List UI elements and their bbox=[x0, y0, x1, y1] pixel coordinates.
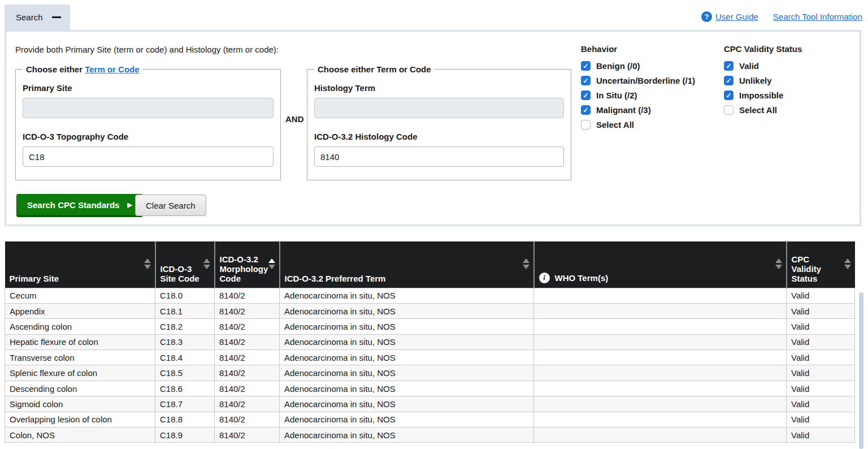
unchecked-checkbox-icon[interactable] bbox=[581, 120, 591, 129]
table-cell: Valid bbox=[787, 412, 855, 427]
cpc-validity-option[interactable]: ✓Impossible bbox=[724, 90, 802, 100]
table-cell bbox=[534, 319, 787, 334]
histology-code-label: ICD-O-3.2 Histology Code bbox=[314, 132, 564, 141]
behavior-option[interactable]: ✓Benign (/0) bbox=[581, 61, 695, 71]
primary-site-label: Primary Site bbox=[23, 83, 274, 93]
column-header-label: ICD-O-3 Site Code bbox=[160, 264, 201, 283]
table-cell bbox=[534, 396, 787, 412]
table-cell bbox=[534, 288, 787, 303]
histology-term-label: Histology Term bbox=[314, 83, 564, 93]
table-cell: C18.9 bbox=[155, 428, 215, 443]
sort-arrows-icon[interactable] bbox=[523, 258, 530, 269]
column-header[interactable]: ICD-O-3.2 Preferred Term bbox=[280, 241, 534, 288]
column-header-label: ICD-O-3.2 Morphology Code bbox=[220, 254, 268, 283]
topography-code-input[interactable] bbox=[23, 146, 274, 167]
table-cell bbox=[534, 350, 787, 365]
table-cell bbox=[534, 303, 787, 318]
table-scrollbar-thumb[interactable] bbox=[859, 292, 863, 449]
sort-arrows-icon[interactable] bbox=[775, 258, 782, 269]
sort-arrows-icon[interactable] bbox=[203, 258, 210, 269]
and-label: AND bbox=[285, 114, 304, 124]
histology-term-input bbox=[314, 98, 564, 118]
column-header[interactable]: iWHO Term(s) bbox=[534, 241, 787, 288]
table-cell: 8140/2 bbox=[215, 428, 280, 443]
instruction-text: Provide both Primary Site (term or code)… bbox=[15, 45, 279, 54]
column-header-label: WHO Term(s) bbox=[555, 273, 609, 283]
checked-checkbox-icon[interactable]: ✓ bbox=[724, 76, 734, 85]
unchecked-checkbox-icon[interactable] bbox=[724, 105, 734, 115]
checked-checkbox-icon[interactable]: ✓ bbox=[581, 76, 591, 85]
table-row: Ascending colonC18.28140/2Adenocarcinoma… bbox=[5, 319, 855, 334]
checkbox-label: Unlikely bbox=[739, 76, 772, 85]
search-tab[interactable]: Search bbox=[5, 5, 70, 30]
checkbox-label: Malignant (/3) bbox=[596, 105, 651, 115]
table-cell bbox=[534, 334, 787, 349]
table-cell: C18.8 bbox=[155, 412, 215, 427]
table-cell: Adenocarcinoma in situ, NOS bbox=[280, 365, 534, 381]
behavior-option[interactable]: ✓Malignant (/3) bbox=[581, 105, 695, 115]
column-header[interactable]: CPC Validity Status bbox=[787, 241, 855, 288]
behavior-title: Behavior bbox=[581, 44, 695, 54]
topography-code-label: ICD-O-3 Topography Code bbox=[23, 132, 274, 141]
behavior-option[interactable]: Select All bbox=[581, 120, 695, 129]
table-cell bbox=[534, 381, 787, 396]
checked-checkbox-icon[interactable]: ✓ bbox=[581, 90, 591, 100]
table-cell: Valid bbox=[787, 350, 855, 365]
table-row: Sigmoid colonC18.78140/2Adenocarcinoma i… bbox=[5, 396, 855, 412]
behavior-option[interactable]: ✓Uncertain/Borderline (/1) bbox=[581, 76, 695, 85]
table-cell bbox=[534, 428, 787, 443]
sort-arrows-icon[interactable] bbox=[144, 258, 151, 269]
table-cell: Adenocarcinoma in situ, NOS bbox=[280, 319, 534, 334]
checkbox-label: Benign (/0) bbox=[596, 61, 640, 71]
table-cell: C18.1 bbox=[155, 303, 215, 318]
checked-checkbox-icon[interactable]: ✓ bbox=[724, 61, 734, 71]
table-cell: Descending colon bbox=[5, 381, 155, 396]
table-cell: 8140/2 bbox=[215, 288, 280, 303]
column-header[interactable]: ICD-O-3 Site Code bbox=[155, 241, 215, 288]
checked-checkbox-icon[interactable]: ✓ bbox=[724, 90, 734, 100]
table-row: Transverse colonC18.48140/2Adenocarcinom… bbox=[5, 350, 855, 365]
help-question-icon[interactable]: ? bbox=[701, 11, 712, 22]
sort-arrows-icon[interactable] bbox=[268, 258, 275, 269]
column-header[interactable]: ICD-O-3.2 Morphology Code bbox=[215, 241, 280, 288]
cpc-validity-option[interactable]: ✓Unlikely bbox=[724, 76, 802, 85]
table-row: Splenic flexure of colonC18.58140/2Adeno… bbox=[5, 365, 855, 381]
column-header[interactable]: Primary Site bbox=[5, 241, 155, 288]
cpc-validity-title: CPC Validity Status bbox=[724, 44, 802, 54]
table-cell: Adenocarcinoma in situ, NOS bbox=[280, 350, 534, 365]
table-cell: Adenocarcinoma in situ, NOS bbox=[280, 303, 534, 318]
results-table-wrap: Primary SiteICD-O-3 Site CodeICD-O-3.2 M… bbox=[5, 241, 854, 443]
cpc-validity-option[interactable]: ✓Valid bbox=[724, 61, 802, 71]
table-row: Hepatic flexure of colonC18.38140/2Adeno… bbox=[5, 334, 855, 349]
table-cell: Hepatic flexure of colon bbox=[5, 334, 155, 349]
table-cell: Cecum bbox=[5, 288, 155, 303]
term-or-code-link[interactable]: Term or Code bbox=[85, 64, 139, 74]
histology-fieldset: Choose either Term or Code Histology Ter… bbox=[307, 64, 571, 180]
sort-arrows-icon[interactable] bbox=[844, 258, 851, 269]
table-cell: 8140/2 bbox=[215, 365, 280, 381]
table-cell: 8140/2 bbox=[215, 334, 280, 349]
table-cell: C18.0 bbox=[155, 288, 215, 303]
table-cell: Sigmoid colon bbox=[5, 396, 155, 412]
checkbox-label: Select All bbox=[596, 120, 634, 129]
table-cell: Valid bbox=[787, 381, 855, 396]
search-tool-information-link[interactable]: Search Tool Information bbox=[773, 12, 862, 21]
table-cell: Adenocarcinoma in situ, NOS bbox=[280, 412, 534, 427]
checked-checkbox-icon[interactable]: ✓ bbox=[581, 105, 591, 115]
collapse-minus-icon[interactable] bbox=[52, 16, 61, 18]
histology-legend: Choose either Term or Code bbox=[314, 64, 435, 74]
cpc-validity-option[interactable]: Select All bbox=[724, 105, 802, 115]
histology-code-input[interactable] bbox=[314, 146, 564, 167]
behavior-option[interactable]: ✓In Situ (/2) bbox=[581, 90, 695, 100]
table-row: CecumC18.08140/2Adenocarcinoma in situ, … bbox=[5, 288, 855, 303]
search-cpc-standards-button[interactable]: Search CPC Standards ▶ bbox=[16, 194, 143, 217]
clear-search-button[interactable]: Clear Search bbox=[135, 195, 206, 216]
user-guide-link[interactable]: User Guide bbox=[715, 12, 758, 21]
info-icon[interactable]: i bbox=[539, 273, 550, 283]
checked-checkbox-icon[interactable]: ✓ bbox=[581, 61, 591, 71]
table-cell: Valid bbox=[787, 334, 855, 349]
behavior-group: Behavior ✓Benign (/0)✓Uncertain/Borderli… bbox=[581, 44, 695, 135]
table-cell: 8140/2 bbox=[215, 381, 280, 396]
primary-site-fieldset: Choose either Term or Code Primary Site … bbox=[15, 64, 281, 180]
table-row: AppendixC18.18140/2Adenocarcinoma in sit… bbox=[5, 303, 855, 318]
